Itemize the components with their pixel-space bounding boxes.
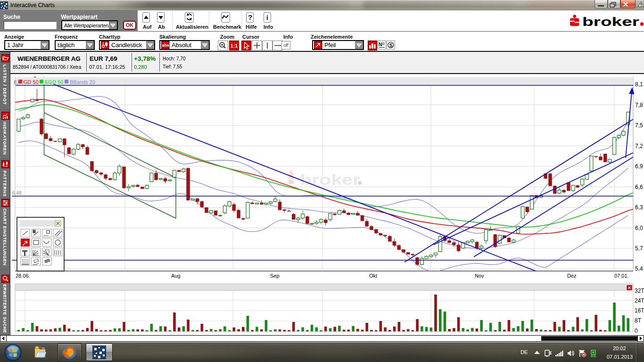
svg-text:Aug: Aug [171,273,181,279]
svg-text:0: 0 [635,328,638,334]
svg-text:5,7: 5,7 [635,245,643,252]
svg-text:6,3: 6,3 [635,204,643,211]
svg-text:6,9: 6,9 [635,163,643,170]
svg-text:EGD 50: EGD 50 [45,79,63,85]
svg-text:Dez: Dez [567,273,577,279]
svg-text:BBands 20: BBands 20 [70,79,95,85]
svg-text:8,1: 8,1 [635,81,643,88]
svg-text:07.01.: 07.01. [614,273,629,279]
svg-text:5,4: 5,4 [635,265,643,272]
svg-text:6,6: 6,6 [635,184,643,190]
svg-text:Nov: Nov [475,273,484,279]
svg-text:6,0: 6,0 [635,225,643,231]
svg-text:Sep: Sep [270,273,280,279]
svg-text:32T: 32T [635,288,644,294]
svg-text:broker: broker [300,172,360,188]
svg-text:28.06.: 28.06. [16,273,30,279]
svg-text:24T: 24T [635,297,644,304]
svg-text:7,8: 7,8 [635,102,643,108]
svg-text:8T: 8T [635,317,642,324]
svg-text:GD 50: GD 50 [24,79,39,85]
svg-text:7,5: 7,5 [635,122,643,129]
svg-text:6,48: 6,48 [12,190,22,196]
svg-text:7,2: 7,2 [635,143,643,149]
svg-text:8,10: 8,10 [14,79,24,85]
svg-text:Okt: Okt [369,273,377,279]
svg-text:16T: 16T [635,307,644,314]
